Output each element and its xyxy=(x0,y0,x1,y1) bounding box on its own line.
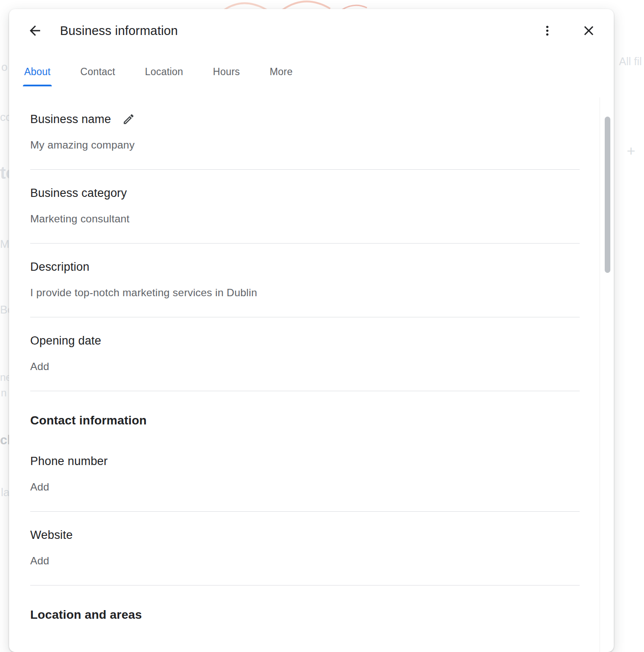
active-tab-underline xyxy=(23,85,52,86)
dialog-title: Business information xyxy=(60,24,178,38)
close-icon xyxy=(581,23,597,38)
business-name-value: My amazing company xyxy=(30,138,580,152)
opening-date-field[interactable]: Opening date Add xyxy=(30,317,580,391)
about-tab-content: Business name My amazing company Busines… xyxy=(9,96,614,639)
back-button[interactable] xyxy=(25,21,44,40)
website-field[interactable]: Website Add xyxy=(30,512,580,586)
backdrop-text-fragment: o xyxy=(1,60,7,74)
arrow-back-icon xyxy=(27,23,43,38)
business-category-label: Business category xyxy=(30,185,127,201)
contact-information-heading: Contact information xyxy=(30,391,580,438)
dialog-tabs: About Contact Location Hours More xyxy=(9,59,614,86)
phone-number-add: Add xyxy=(30,480,580,494)
backdrop-text-fragment: n xyxy=(1,387,6,399)
business-name-field[interactable]: Business name My amazing company xyxy=(30,96,580,170)
tab-label: Location xyxy=(145,66,183,77)
business-category-field[interactable]: Business category Marketing consultant xyxy=(30,170,580,244)
tab-more[interactable]: More xyxy=(268,59,294,86)
tab-label: Hours xyxy=(213,66,240,77)
backdrop-text-fragment: + xyxy=(627,142,635,159)
tab-contact[interactable]: Contact xyxy=(79,59,117,86)
tab-label: About xyxy=(24,66,51,77)
description-field[interactable]: Description I provide top-notch marketin… xyxy=(30,244,580,317)
opening-date-add: Add xyxy=(30,360,580,373)
overflow-menu-button[interactable] xyxy=(538,21,557,40)
tab-label: Contact xyxy=(80,66,115,77)
tab-about[interactable]: About xyxy=(23,59,52,86)
business-category-value: Marketing consultant xyxy=(30,212,580,226)
scrollbar-thumb[interactable] xyxy=(605,117,610,273)
backdrop-text-fragment: All fil xyxy=(619,55,642,68)
phone-number-label: Phone number xyxy=(30,453,108,469)
description-value: I provide top-notch marketing services i… xyxy=(30,286,580,300)
backdrop-text-fragment: la xyxy=(1,486,9,499)
tab-location[interactable]: Location xyxy=(144,59,185,86)
website-add: Add xyxy=(30,554,580,568)
location-and-areas-heading: Location and areas xyxy=(30,586,580,639)
tab-hours[interactable]: Hours xyxy=(212,59,241,86)
scrollbar-track xyxy=(600,97,600,652)
pencil-edit-icon[interactable] xyxy=(122,113,135,126)
tab-label: More xyxy=(270,66,293,77)
backdrop-sketch-lines xyxy=(216,0,371,9)
kebab-menu-icon xyxy=(541,24,554,37)
description-label: Description xyxy=(30,259,89,275)
opening-date-label: Opening date xyxy=(30,333,101,348)
business-name-label: Business name xyxy=(30,111,111,127)
phone-number-field[interactable]: Phone number Add xyxy=(30,438,580,512)
website-label: Website xyxy=(30,527,73,543)
dialog-header: Business information xyxy=(9,9,614,41)
business-information-dialog: Business information About Contact xyxy=(9,9,614,652)
close-button[interactable] xyxy=(579,21,598,40)
